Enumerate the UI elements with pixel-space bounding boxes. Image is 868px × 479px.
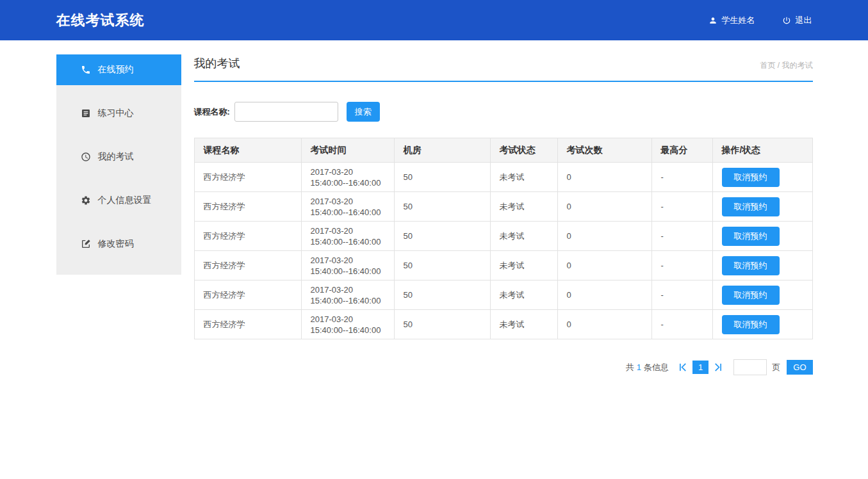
attempts-cell: 0 [557, 310, 651, 339]
column-header-room: 机房 [394, 138, 490, 163]
page-number-input[interactable] [733, 359, 767, 375]
exam-time-range: 15:40:00--16:40:00 [311, 177, 385, 188]
search-form: 课程名称: 搜索 [194, 102, 813, 122]
user-menu[interactable]: 学生姓名 [708, 15, 755, 26]
total-count: 1 [637, 362, 641, 372]
table-row: 西方经济学 2017-03-20 15:40:00--16:40:00 50 未… [194, 251, 812, 280]
exam-time-range: 15:40:00--16:40:00 [311, 236, 385, 247]
action-cell: 取消预约 [712, 163, 812, 192]
book-icon [81, 108, 91, 118]
table-row: 西方经济学 2017-03-20 15:40:00--16:40:00 50 未… [194, 163, 812, 192]
course-name-input[interactable] [234, 102, 338, 122]
sidebar-item-label: 个人信息设置 [98, 195, 152, 206]
action-cell: 取消预约 [712, 192, 812, 222]
column-header-best-score: 最高分 [651, 138, 712, 163]
exam-date: 2017-03-20 [311, 166, 385, 177]
action-cell: 取消预约 [712, 222, 812, 251]
cancel-booking-button[interactable]: 取消预约 [722, 286, 780, 305]
best-score-cell: - [651, 251, 712, 280]
best-score-cell: - [651, 280, 712, 310]
exam-time-cell: 2017-03-20 15:40:00--16:40:00 [301, 163, 394, 192]
page-label: 页 [772, 362, 780, 373]
cancel-booking-button[interactable]: 取消预约 [722, 197, 780, 216]
column-header-exam-time: 考试时间 [301, 138, 394, 163]
column-header-exam-status: 考试状态 [490, 138, 557, 163]
best-score-cell: - [651, 310, 712, 339]
column-header-course: 课程名称 [194, 138, 301, 163]
exam-time-cell: 2017-03-20 15:40:00--16:40:00 [301, 251, 394, 280]
app-title: 在线考试系统 [56, 11, 145, 30]
cancel-booking-button[interactable]: 取消预约 [722, 256, 780, 275]
breadcrumb-separator: / [775, 61, 782, 70]
sidebar-item-label: 修改密码 [98, 238, 134, 250]
room-cell: 50 [394, 251, 490, 280]
course-name-cell: 西方经济学 [194, 222, 301, 251]
exam-date: 2017-03-20 [311, 314, 385, 325]
clock-icon [81, 152, 91, 162]
phone-icon [81, 65, 91, 75]
logout-label: 退出 [796, 15, 812, 26]
first-page-icon [678, 362, 688, 372]
sidebar-item-online-booking[interactable]: 在线预约 [56, 54, 181, 85]
room-cell: 50 [394, 310, 490, 339]
course-name-cell: 西方经济学 [194, 310, 301, 339]
room-cell: 50 [394, 280, 490, 310]
action-cell: 取消预约 [712, 280, 812, 310]
exam-date: 2017-03-20 [311, 255, 385, 266]
sidebar-item-change-password[interactable]: 修改密码 [56, 229, 181, 259]
breadcrumb: 首页 / 我的考试 [760, 60, 812, 71]
table-row: 西方经济学 2017-03-20 15:40:00--16:40:00 50 未… [194, 222, 812, 251]
exam-date: 2017-03-20 [311, 284, 385, 295]
attempts-cell: 0 [557, 222, 651, 251]
exam-date: 2017-03-20 [311, 225, 385, 236]
search-button[interactable]: 搜索 [347, 102, 380, 122]
exam-status-cell: 未考试 [490, 310, 557, 339]
course-name-cell: 西方经济学 [194, 192, 301, 222]
page-title: 我的考试 [194, 56, 240, 71]
user-icon [708, 16, 717, 25]
exam-status-cell: 未考试 [490, 192, 557, 222]
sidebar-item-label: 练习中心 [98, 108, 134, 119]
sidebar-item-my-exams[interactable]: 我的考试 [56, 142, 181, 172]
table-row: 西方经济学 2017-03-20 15:40:00--16:40:00 50 未… [194, 310, 812, 339]
cancel-booking-button[interactable]: 取消预约 [722, 227, 780, 246]
main-content: 我的考试 首页 / 我的考试 课程名称: 搜索 课程名称 考试时间 机房 考试状… [194, 54, 813, 375]
breadcrumb-home-link[interactable]: 首页 [760, 61, 775, 70]
total-prefix: 共 [626, 362, 634, 373]
cancel-booking-button[interactable]: 取消预约 [722, 315, 780, 334]
title-divider [194, 81, 813, 82]
attempts-cell: 0 [557, 192, 651, 222]
cancel-booking-button[interactable]: 取消预约 [722, 168, 780, 187]
breadcrumb-current: 我的考试 [782, 61, 813, 70]
exam-time-range: 15:40:00--16:40:00 [311, 325, 385, 336]
column-header-action: 操作/状态 [712, 138, 812, 163]
exam-time-cell: 2017-03-20 15:40:00--16:40:00 [301, 222, 394, 251]
first-page-button[interactable] [676, 362, 690, 372]
pagination-total: 共 1 条信息 [626, 362, 669, 373]
exam-time-cell: 2017-03-20 15:40:00--16:40:00 [301, 310, 394, 339]
power-icon [782, 16, 791, 25]
sidebar: 在线预约 练习中心 我的考试 个人信息设置 修改密码 [56, 54, 181, 275]
exam-time-range: 15:40:00--16:40:00 [311, 295, 385, 306]
go-button[interactable]: GO [787, 360, 812, 375]
last-page-button[interactable] [711, 362, 725, 372]
sidebar-item-practice-center[interactable]: 练习中心 [56, 98, 181, 129]
last-page-icon [713, 362, 723, 372]
user-name-label: 学生姓名 [722, 15, 755, 26]
exam-time-range: 15:40:00--16:40:00 [311, 207, 385, 218]
pagination: 共 1 条信息 1 页 GO [194, 359, 813, 375]
room-cell: 50 [394, 163, 490, 192]
current-page-button[interactable]: 1 [692, 361, 708, 374]
course-name-cell: 西方经济学 [194, 280, 301, 310]
logout-button[interactable]: 退出 [782, 15, 812, 26]
sidebar-item-label: 在线预约 [98, 64, 134, 76]
table-row: 西方经济学 2017-03-20 15:40:00--16:40:00 50 未… [194, 192, 812, 222]
room-cell: 50 [394, 192, 490, 222]
attempts-cell: 0 [557, 251, 651, 280]
room-cell: 50 [394, 222, 490, 251]
action-cell: 取消预约 [712, 310, 812, 339]
exam-status-cell: 未考试 [490, 222, 557, 251]
top-header-bar: 在线考试系统 学生姓名 退出 [0, 0, 868, 40]
sidebar-item-profile-settings[interactable]: 个人信息设置 [56, 185, 181, 216]
table-row: 西方经济学 2017-03-20 15:40:00--16:40:00 50 未… [194, 280, 812, 310]
